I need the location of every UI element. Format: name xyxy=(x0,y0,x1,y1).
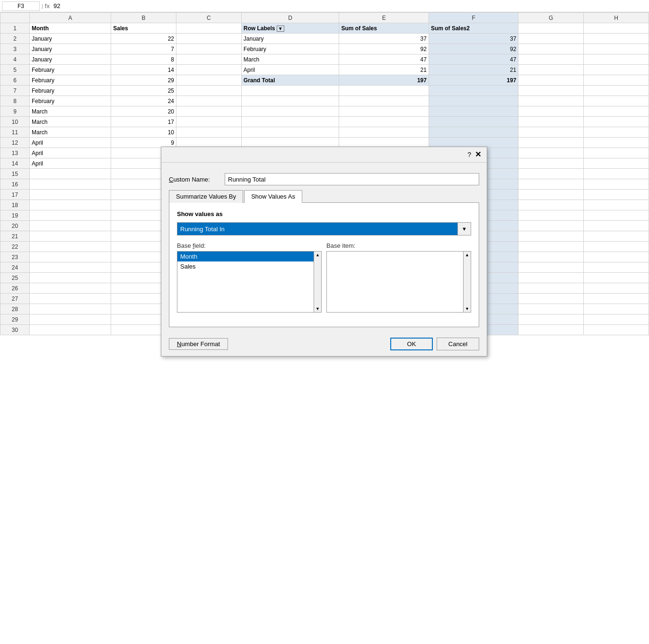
base-field-col: Base field: Month Sales ▲ ▼ xyxy=(177,242,322,313)
base-item-list-container: ▲ ▼ xyxy=(326,251,471,313)
base-item-listbox[interactable] xyxy=(326,251,464,313)
dialog-controls: ? ✕ xyxy=(467,151,481,158)
base-item-scroll-up[interactable]: ▲ xyxy=(465,252,469,257)
tab-show-values-as[interactable]: Show Values As xyxy=(244,190,302,203)
dialog-footer: Number Format OK Cancel xyxy=(161,333,487,356)
custom-name-label: Custom Name: xyxy=(169,176,221,183)
base-field-scroll-up[interactable]: ▲ xyxy=(316,252,320,257)
ok-cancel-group: OK Cancel xyxy=(390,338,479,350)
tab-bar: Summarize Values By Show Values As xyxy=(169,190,479,203)
base-fields-row: Base field: Month Sales ▲ ▼ xyxy=(177,242,471,313)
base-item-scroll-down[interactable]: ▼ xyxy=(465,306,469,311)
tab-content-show-values-as: Show values as Running Total In No Calcu… xyxy=(169,202,479,327)
base-item-scrollbar: ▲ ▼ xyxy=(464,251,471,313)
dialog-titlebar: ? ✕ xyxy=(161,147,487,163)
ok-button[interactable]: OK xyxy=(390,338,433,350)
base-field-item-month[interactable]: Month xyxy=(177,252,314,261)
base-item-col: Base item: ▲ ▼ xyxy=(326,242,471,313)
dialog-overlay: ? ✕ Custom Name: Summarize Values By Sho… xyxy=(0,0,649,644)
show-as-dropdown[interactable]: Running Total In No Calculation % of Gra… xyxy=(177,222,458,235)
base-field-list-container: Month Sales ▲ ▼ xyxy=(177,251,322,313)
base-field-item-sales[interactable]: Sales xyxy=(177,261,314,271)
tab-summarize-values-by[interactable]: Summarize Values By xyxy=(169,190,243,203)
dropdown-arrow-icon[interactable]: ▼ xyxy=(458,222,471,235)
dialog-body: Custom Name: Summarize Values By Show Va… xyxy=(161,163,487,333)
help-icon[interactable]: ? xyxy=(467,151,471,158)
show-as-dropdown-row: Running Total In No Calculation % of Gra… xyxy=(177,222,471,235)
custom-name-row: Custom Name: xyxy=(169,173,479,185)
base-field-label: Base field: xyxy=(177,242,322,249)
base-field-scroll-down[interactable]: ▼ xyxy=(316,306,320,311)
custom-name-input[interactable] xyxy=(225,173,479,185)
base-field-scrollbar: ▲ ▼ xyxy=(314,251,322,313)
cancel-button[interactable]: Cancel xyxy=(437,338,479,350)
show-values-as-heading: Show values as xyxy=(177,210,471,218)
value-field-settings-dialog: ? ✕ Custom Name: Summarize Values By Sho… xyxy=(161,147,487,357)
base-item-label: Base item: xyxy=(326,242,471,249)
number-format-button[interactable]: Number Format xyxy=(169,338,228,350)
close-button[interactable]: ✕ xyxy=(475,151,481,158)
base-field-listbox[interactable]: Month Sales xyxy=(177,251,314,313)
